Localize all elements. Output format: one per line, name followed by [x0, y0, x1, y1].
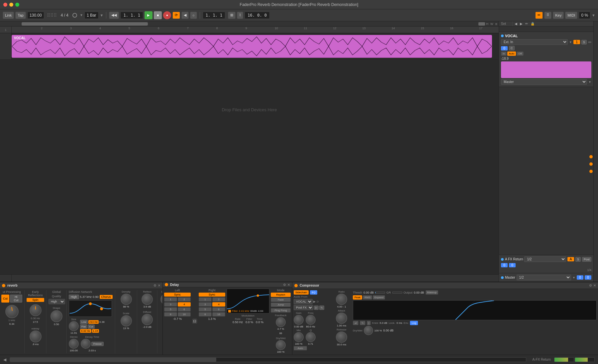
hicut-btn[interactable]: Hi Cut	[10, 295, 22, 303]
prev-marker[interactable]: ◀	[181, 12, 189, 19]
spin-btn[interactable]: Spin	[27, 298, 44, 302]
r-4[interactable]: 4	[212, 302, 225, 307]
session-view[interactable]: ⌇	[237, 12, 243, 19]
time-signature[interactable]: 4 / 4	[59, 13, 70, 18]
low-btn[interactable]: Low	[80, 320, 88, 324]
set-lock[interactable]: 🔒	[530, 22, 535, 26]
delay-close[interactable]: ✕	[287, 283, 290, 287]
l-16[interactable]: 16	[178, 312, 191, 317]
side-dot-1[interactable]	[589, 155, 593, 158]
l-5[interactable]: 5	[164, 307, 177, 312]
bpm-display[interactable]: 130.00	[27, 12, 44, 19]
vocal-clip[interactable]: VOCAL	[12, 35, 492, 58]
return-a-btn[interactable]: A	[567, 257, 574, 261]
return-output-select[interactable]: 1/2	[524, 256, 566, 262]
close-btn[interactable]	[3, 3, 7, 7]
comp-mode-3[interactable]: |	[367, 321, 371, 325]
scale-knob[interactable]	[121, 315, 132, 326]
freeze-btn[interactable]: Freeze	[91, 342, 104, 346]
l-6[interactable]: 6	[178, 307, 191, 312]
auto-btn[interactable]: Auto	[507, 51, 516, 56]
loop-indicator[interactable]: 1 Bar	[84, 12, 99, 19]
q-knob[interactable]	[306, 332, 316, 342]
size-knob[interactable]	[69, 321, 79, 331]
makeup-btn[interactable]: Makeup	[426, 290, 438, 295]
flat-btn[interactable]: Flat	[80, 324, 87, 329]
delay-drywet-knob[interactable]	[276, 340, 286, 350]
bottom-timeline[interactable]	[10, 357, 526, 362]
mix-view[interactable]: ⠿	[544, 12, 551, 19]
link-btn[interactable]: ⊟	[192, 319, 197, 323]
drywet-knob[interactable]	[160, 294, 162, 305]
reverb-power[interactable]	[2, 284, 5, 287]
l-2[interactable]: 2	[178, 297, 191, 302]
r-1[interactable]: 1	[199, 297, 212, 302]
diffuse-knob[interactable]	[142, 314, 153, 325]
release-knob[interactable]	[336, 331, 347, 343]
minimize-btn[interactable]	[9, 3, 13, 7]
r-3[interactable]: 3	[199, 302, 212, 307]
comp-settings[interactable]: ⚙	[589, 284, 592, 287]
comp-close[interactable]: ✕	[593, 284, 596, 287]
vertical-scrollbar[interactable]	[593, 21, 598, 282]
arrangement-view[interactable]: ⊞	[228, 12, 236, 19]
back-button[interactable]: ◀◀	[109, 12, 119, 19]
delay-settings[interactable]: ⚙	[283, 283, 286, 287]
mix-knob[interactable]	[294, 332, 304, 342]
midi-button[interactable]: MIDI	[565, 12, 577, 19]
expand-btn[interactable]: Expand	[373, 295, 385, 300]
r-8[interactable]: 8	[199, 312, 212, 317]
pencil-tool[interactable]: ✏	[535, 12, 543, 19]
shape-knob[interactable]	[50, 310, 62, 322]
tap-button[interactable]: Tap	[15, 12, 26, 19]
input-select[interactable]: Ext. In	[501, 39, 568, 45]
comp-mode-2[interactable]: ∿	[360, 321, 365, 325]
channel-c[interactable]: C	[509, 46, 515, 50]
return-solo[interactable]: S	[575, 257, 581, 262]
scroll-thumb[interactable]	[22, 22, 148, 26]
l-1[interactable]: 1	[164, 297, 177, 302]
diff-high-btn[interactable]: High	[69, 295, 79, 299]
auto-btn-comp[interactable]: Auto	[294, 346, 307, 350]
ratio-knob[interactable]	[336, 294, 347, 305]
spin-knob[interactable]	[30, 304, 42, 316]
key-button[interactable]: Key	[553, 12, 564, 19]
comp-mode-1[interactable]: ⊿	[353, 321, 358, 325]
reverb-close[interactable]: ✕	[158, 284, 160, 287]
reverb-settings[interactable]: ⚙	[153, 284, 156, 287]
stereo-knob[interactable]	[69, 339, 79, 349]
set-edit[interactable]: ✏	[525, 22, 529, 26]
feedback-knob[interactable]	[276, 317, 286, 327]
attack-knob[interactable]	[336, 313, 347, 324]
arm-button[interactable]	[588, 42, 591, 43]
post-fx-select[interactable]: Post FX	[294, 305, 313, 310]
ping-pong-btn[interactable]: Ping Pong	[271, 308, 291, 313]
loop-button[interactable]: ⟳	[172, 12, 180, 19]
return-post[interactable]: Post	[582, 257, 591, 262]
r-5[interactable]: 5	[199, 307, 212, 312]
filter-type-wave[interactable]: ∿	[319, 306, 324, 310]
nav-left[interactable]: ◀	[3, 357, 6, 362]
l-4[interactable]: 4	[178, 302, 191, 307]
right-sync[interactable]: Sync	[199, 293, 225, 297]
fade-btn[interactable]: Fade	[271, 298, 291, 302]
play-button[interactable]: ▶	[145, 11, 152, 19]
side-dot-2[interactable]	[589, 162, 593, 166]
maximize-btn[interactable]	[15, 3, 19, 7]
mixer-scroll[interactable]	[499, 27, 593, 32]
output-select[interactable]: Master	[501, 79, 587, 85]
set-back[interactable]: ◀	[514, 22, 518, 26]
link-button[interactable]: Link	[3, 12, 14, 19]
next-marker[interactable]: ○	[190, 12, 197, 19]
r-6[interactable]: 6	[212, 307, 225, 312]
horizontal-scrollbar[interactable]: H W ≡	[0, 21, 499, 27]
sidechain-btn[interactable]: Sidechain	[294, 290, 309, 295]
r-2[interactable]: 2	[212, 297, 225, 302]
hicut-knob[interactable]	[5, 305, 19, 318]
off-btn[interactable]: Off	[517, 51, 524, 56]
l-8[interactable]: 8	[164, 312, 177, 317]
jump-btn[interactable]: Jump	[271, 303, 291, 307]
log-btn[interactable]: Log	[410, 321, 418, 325]
in-btn[interactable]: In	[501, 51, 507, 56]
eq-btn[interactable]: EQ	[310, 290, 317, 295]
